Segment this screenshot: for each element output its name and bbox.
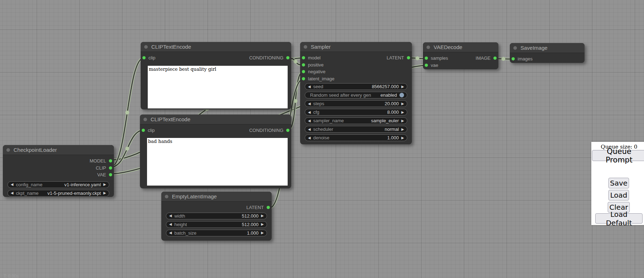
input-dot-icon[interactable] xyxy=(512,57,515,60)
toggle-knob-icon[interactable] xyxy=(399,93,404,97)
input-slot-negative[interactable]: negative xyxy=(302,69,325,74)
output-slot-clip[interactable]: CLIP xyxy=(96,165,112,171)
input-dot-icon[interactable] xyxy=(425,57,428,60)
arrow-right-icon[interactable]: ▶ xyxy=(401,128,404,131)
output-slot-vae[interactable]: VAE xyxy=(97,172,112,177)
widget-denoise[interactable]: ◀ denoise 1.000 ▶ xyxy=(305,134,407,141)
output-slot-model[interactable]: MODEL xyxy=(90,158,112,164)
widget-steps[interactable]: ◀ steps 20.000 ▶ xyxy=(305,100,407,107)
collapse-dot-icon[interactable] xyxy=(426,46,430,49)
arrow-left-icon[interactable]: ◀ xyxy=(308,128,311,131)
widget-config-name[interactable]: ◀ config_name v1-inference.yaml ▶ xyxy=(7,181,109,188)
input-dot-icon[interactable] xyxy=(142,56,146,59)
output-slot-image[interactable]: IMAGE xyxy=(476,55,497,61)
node-header[interactable]: CLIPTextEncode xyxy=(141,42,291,52)
node-cliptextencode-positive[interactable]: CLIPTextEncode clip CONDITIONING masterp… xyxy=(141,42,291,109)
save-button[interactable]: Save xyxy=(608,178,629,188)
collapse-dot-icon[interactable] xyxy=(144,45,148,49)
arrow-right-icon[interactable]: ▶ xyxy=(401,119,404,123)
arrow-left-icon[interactable]: ◀ xyxy=(169,223,172,226)
output-dot-icon[interactable] xyxy=(286,56,289,59)
node-cliptextencode-negative[interactable]: CLIPTextEncode clip CONDITIONING bad han… xyxy=(140,114,291,188)
arrow-right-icon[interactable]: ▶ xyxy=(401,85,404,89)
collapse-dot-icon[interactable] xyxy=(165,195,168,198)
node-header[interactable]: CLIPTextEncode xyxy=(140,114,291,124)
arrow-left-icon[interactable]: ◀ xyxy=(308,111,311,114)
link-midpoint-dot[interactable] xyxy=(125,147,129,151)
positive-prompt-textarea[interactable]: masterpiece best quality girl xyxy=(148,66,288,108)
arrow-right-icon[interactable]: ▶ xyxy=(401,102,404,106)
node-header[interactable]: Sampler xyxy=(300,42,412,52)
arrow-right-icon[interactable]: ▶ xyxy=(103,191,106,195)
node-header[interactable]: CheckpointLoader xyxy=(3,145,114,155)
arrow-right-icon[interactable]: ▶ xyxy=(261,214,264,218)
graph-canvas[interactable]: { "canvas": { "render_time": "T: 0.00s" … xyxy=(0,0,644,278)
output-dot-icon[interactable] xyxy=(109,173,112,176)
widget-cfg[interactable]: ◀ cfg 8.000 ▶ xyxy=(305,109,407,116)
input-dot-icon[interactable] xyxy=(302,63,305,66)
collapse-dot-icon[interactable] xyxy=(6,148,10,152)
widget-batch-size[interactable]: ◀ batch_size 1.000 ▶ xyxy=(166,230,267,236)
collapse-dot-icon[interactable] xyxy=(513,46,517,50)
input-slot-clip[interactable]: clip xyxy=(142,128,155,133)
load-default-button[interactable]: Load Default xyxy=(595,213,643,224)
link-midpoint-dot[interactable] xyxy=(125,111,129,114)
output-slot-conditioning[interactable]: CONDITIONING xyxy=(249,128,289,133)
widget-ckpt-name[interactable]: ◀ ckpt_name v1-5-pruned-emaonly.ckpt ▶ xyxy=(7,190,109,197)
arrow-right-icon[interactable]: ▶ xyxy=(261,223,264,226)
queue-prompt-button[interactable]: Queue Prompt xyxy=(592,150,644,161)
input-dot-icon[interactable] xyxy=(302,70,305,73)
arrow-right-icon[interactable]: ▶ xyxy=(103,183,106,186)
link-midpoint-dot[interactable] xyxy=(294,60,298,64)
arrow-left-icon[interactable]: ◀ xyxy=(11,183,14,186)
input-slot-images[interactable]: images xyxy=(512,56,533,62)
widget-sampler-name[interactable]: ◀ sampler_name sample_euler ▶ xyxy=(305,117,407,124)
arrow-left-icon[interactable]: ◀ xyxy=(308,119,311,123)
input-slot-model[interactable]: model xyxy=(302,55,320,60)
arrow-left-icon[interactable]: ◀ xyxy=(308,85,311,89)
input-dot-icon[interactable] xyxy=(302,77,305,80)
input-slot-clip[interactable]: clip xyxy=(142,55,156,60)
input-dot-icon[interactable] xyxy=(142,129,145,132)
node-emptylatentimage[interactable]: EmptyLatentImage LATENT ◀ width 512.000 … xyxy=(161,192,272,241)
output-slot-latent[interactable]: LATENT xyxy=(387,55,410,60)
node-header[interactable]: SaveImage xyxy=(510,43,585,53)
output-slot-latent[interactable]: LATENT xyxy=(246,205,270,210)
node-sampler[interactable]: Sampler model LATENT positive negative l… xyxy=(300,42,412,144)
widget-width[interactable]: ◀ width 512.000 ▶ xyxy=(166,213,267,219)
output-dot-icon[interactable] xyxy=(267,206,270,209)
arrow-right-icon[interactable]: ▶ xyxy=(261,231,264,235)
arrow-left-icon[interactable]: ◀ xyxy=(169,231,172,235)
arrow-right-icon[interactable]: ▶ xyxy=(401,136,404,140)
output-dot-icon[interactable] xyxy=(109,166,112,170)
link-midpoint-dot[interactable] xyxy=(415,57,419,60)
arrow-left-icon[interactable]: ◀ xyxy=(11,191,14,195)
output-dot-icon[interactable] xyxy=(286,129,289,132)
arrow-left-icon[interactable]: ◀ xyxy=(308,136,311,140)
node-header[interactable]: VAEDecode xyxy=(423,42,498,52)
node-header[interactable]: EmptyLatentImage xyxy=(161,192,272,202)
arrow-left-icon[interactable]: ◀ xyxy=(169,214,172,218)
node-saveimage[interactable]: SaveImage images xyxy=(510,43,585,63)
collapse-dot-icon[interactable] xyxy=(304,45,307,49)
output-slot-conditioning[interactable]: CONDITIONING xyxy=(249,55,289,60)
widget-seed[interactable]: ◀ seed 8566257.000 ▶ xyxy=(305,83,407,90)
link-midpoint-dot[interactable] xyxy=(502,57,506,61)
input-slot-latent-image[interactable]: latent_image xyxy=(302,76,334,81)
output-dot-icon[interactable] xyxy=(493,57,497,60)
widget-height[interactable]: ◀ height 512.000 ▶ xyxy=(166,221,267,228)
input-slot-positive[interactable]: positive xyxy=(302,62,324,68)
node-vaedecode[interactable]: VAEDecode samples IMAGE vae xyxy=(423,42,498,69)
output-dot-icon[interactable] xyxy=(407,56,410,59)
output-dot-icon[interactable] xyxy=(109,159,112,162)
negative-prompt-textarea[interactable]: bad hands xyxy=(147,138,288,186)
input-slot-samples[interactable]: samples xyxy=(425,55,448,61)
node-checkpointloader[interactable]: CheckpointLoader MODEL CLIP VAE ◀ config… xyxy=(3,145,114,197)
arrow-right-icon[interactable]: ▶ xyxy=(401,111,404,114)
input-dot-icon[interactable] xyxy=(425,64,428,67)
load-button[interactable]: Load xyxy=(608,190,629,201)
widget-random-seed-toggle[interactable]: Random seed after every gen enabled xyxy=(305,92,407,98)
widget-scheduler[interactable]: ◀ scheduler normal ▶ xyxy=(305,126,407,133)
input-slot-vae[interactable]: vae xyxy=(425,63,438,68)
input-dot-icon[interactable] xyxy=(302,56,305,59)
